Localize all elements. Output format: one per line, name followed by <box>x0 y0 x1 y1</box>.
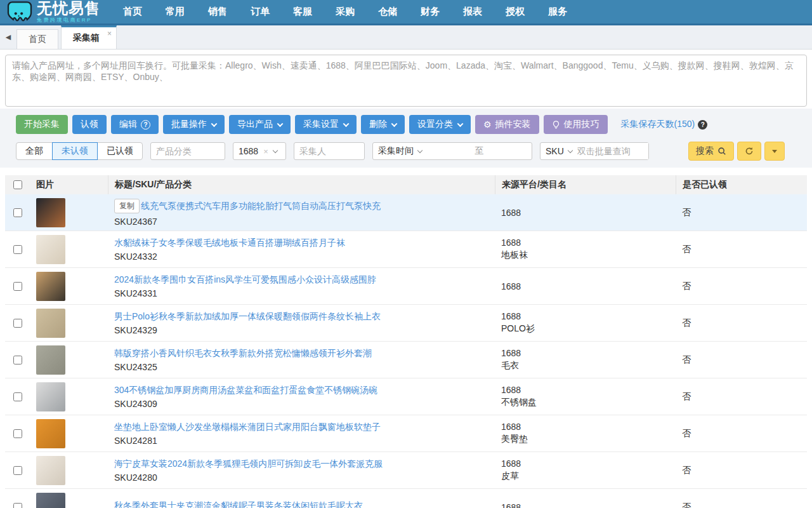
product-title-link[interactable]: 水貂绒袜子女冬季保暖毛绒地板卡通百搭珊瑚绒百搭月子袜 <box>114 237 345 248</box>
search-label: 搜索 <box>696 145 714 157</box>
row-checkbox[interactable] <box>13 208 22 217</box>
octopus-logo-icon <box>6 1 33 23</box>
product-sku: SKU24309 <box>114 399 495 409</box>
product-sku: SKU24329 <box>114 325 495 335</box>
retention-days-link[interactable]: 采集保存天数(150) ? <box>621 119 708 130</box>
nav-item-services[interactable]: 服务 <box>548 6 567 18</box>
claim-status-segments: 全部 未认领 已认领 <box>16 142 143 160</box>
search-icon <box>717 147 726 156</box>
row-checkbox[interactable] <box>13 429 22 438</box>
segment-all[interactable]: 全部 <box>16 142 53 160</box>
product-title-link[interactable]: 韩版穿搭小香风针织毛衣女秋季新款外搭宽松慵懒感领开衫外套潮 <box>114 347 372 359</box>
source-platform: 1688 <box>501 458 676 469</box>
search-button[interactable]: 搜索 <box>688 142 734 161</box>
source-platform: 1688 <box>501 311 676 321</box>
sku-field-select[interactable]: SKU <box>540 146 577 156</box>
product-title-link[interactable]: 坐垫地上卧室懒人沙发坐墩榻榻米蒲团日式家用阳台飘窗地板软垫子 <box>114 421 381 432</box>
nav-item-finance[interactable]: 财务 <box>421 6 440 18</box>
tab-scroll-left-icon[interactable]: ◀ <box>0 25 16 49</box>
table-row: 秋冬季外套男士夹克潮流金貂绒呢子男装冬装休闲短款毛呢大衣 1688 否 <box>5 489 807 508</box>
collect-time-select[interactable]: 采集时间 <box>373 145 427 157</box>
header-title: 标题/SKU/产品分类 <box>108 175 495 194</box>
category-name: POLO衫 <box>501 323 676 335</box>
product-title-link[interactable]: 2024新款冬季围巾女百搭ins风学生可爱氛围感小众设计高级感围脖 <box>114 274 376 285</box>
product-thumbnail[interactable] <box>36 419 65 448</box>
header-platform: 来源平台/类目名 <box>495 175 676 194</box>
help-icon[interactable]: ? <box>698 120 707 130</box>
nav-item-common[interactable]: 常用 <box>166 6 185 18</box>
batch-query-input[interactable] <box>577 143 648 159</box>
start-collect-button[interactable]: 开始采集 <box>16 115 68 134</box>
plugin-install-button[interactable]: ⚙ 插件安装 <box>475 115 539 134</box>
nav-item-warehouse[interactable]: 仓储 <box>378 6 397 18</box>
product-title-link[interactable]: 304不锈钢盆加厚厨房商用汤盆菜盆和面盆打蛋盆食堂不锈钢碗汤碗 <box>114 384 377 396</box>
brand-logo-block[interactable]: 无忧易售 免费跨境电商ERP <box>6 1 115 23</box>
collector-person-input[interactable] <box>294 142 365 160</box>
row-checkbox[interactable] <box>13 282 22 291</box>
row-checkbox[interactable] <box>13 319 22 328</box>
lightbulb-icon <box>552 121 560 129</box>
collect-settings-button[interactable]: 采集设置 <box>295 115 357 134</box>
product-thumbnail[interactable] <box>36 456 65 485</box>
clear-icon[interactable]: × <box>263 147 268 156</box>
chevron-down-icon <box>343 121 350 127</box>
product-thumbnail[interactable] <box>36 198 65 227</box>
search-options-dropdown-button[interactable] <box>764 142 785 161</box>
product-thumbnail[interactable] <box>36 235 65 264</box>
sku-field-label: SKU <box>546 146 564 156</box>
segment-claimed[interactable]: 已认领 <box>97 142 143 160</box>
product-url-textarea[interactable] <box>5 55 807 107</box>
row-checkbox[interactable] <box>13 356 22 364</box>
product-sku: SKU24281 <box>114 436 495 446</box>
row-checkbox[interactable] <box>13 466 22 475</box>
product-title-link[interactable]: 秋冬季外套男士夹克潮流金貂绒呢子男装冬装休闲短款毛呢大衣 <box>114 500 363 508</box>
row-checkbox[interactable] <box>13 245 22 254</box>
product-category-input[interactable] <box>150 142 225 160</box>
nav-item-reports[interactable]: 报表 <box>463 6 482 18</box>
usage-tips-label: 使用技巧 <box>564 119 599 130</box>
claim-button[interactable]: 认领 <box>72 115 107 134</box>
nav-item-sales[interactable]: 销售 <box>208 6 227 18</box>
nav-item-service-desk[interactable]: 客服 <box>293 6 312 18</box>
product-title-link[interactable]: 海宁皮草女装2024新款冬季狐狸毛领内胆可拆卸皮毛一体外套派克服 <box>114 458 383 469</box>
delete-button[interactable]: 删除 <box>361 115 405 134</box>
tab-collection-box[interactable]: 采集箱 × <box>61 25 117 49</box>
row-checkbox[interactable] <box>13 503 22 508</box>
nav-item-purchasing[interactable]: 采购 <box>336 6 355 18</box>
export-products-button[interactable]: 导出产品 <box>229 115 291 134</box>
refresh-button[interactable] <box>737 142 761 161</box>
source-platform-select[interactable]: 1688 × <box>233 142 286 160</box>
nav-item-home[interactable]: 首页 <box>123 6 142 18</box>
edit-label: 编辑 <box>119 119 137 130</box>
tab-home[interactable]: 首页 <box>16 29 58 49</box>
tab-home-label: 首页 <box>29 34 46 45</box>
usage-tips-button[interactable]: 使用技巧 <box>544 115 608 134</box>
table-row: 复制 线充气泵便携式汽车用多功能轮胎打气筒自动高压打气泵快充 SKU24367 … <box>5 194 807 231</box>
product-thumbnail[interactable] <box>36 272 65 301</box>
product-title-link[interactable]: 男士Polo衫秋冬季新款加绒加厚一体绒保暖翻领假两件条纹长袖上衣 <box>114 311 381 322</box>
product-sku: SKU24332 <box>114 251 495 262</box>
source-platform: 1688 <box>501 422 676 432</box>
row-checkbox[interactable] <box>13 392 22 401</box>
batch-actions-button[interactable]: 批量操作 <box>163 115 225 134</box>
select-all-checkbox[interactable] <box>13 180 22 189</box>
chevron-down-icon <box>568 147 573 152</box>
batch-actions-label: 批量操作 <box>171 119 207 130</box>
claimed-status: 否 <box>676 244 807 255</box>
nav-item-authorization[interactable]: 授权 <box>506 6 525 18</box>
tab-close-icon[interactable]: × <box>107 29 112 38</box>
product-thumbnail[interactable] <box>36 493 65 508</box>
edit-button[interactable]: 编辑 ? <box>111 115 159 134</box>
set-category-button[interactable]: 设置分类 <box>409 115 471 134</box>
header-claimed: 是否已认领 <box>676 175 807 194</box>
claimed-status: 否 <box>676 391 807 403</box>
retention-days-label: 采集保存天数(150) <box>621 119 695 130</box>
product-thumbnail[interactable] <box>36 382 65 411</box>
segment-unclaimed[interactable]: 未认领 <box>52 142 98 160</box>
product-title-link[interactable]: 线充气泵便携式汽车用多功能轮胎打气筒自动高压打气泵快充 <box>141 200 381 211</box>
product-thumbnail[interactable] <box>36 309 65 338</box>
main-nav: 首页 常用 销售 订单 客服 采购 仓储 财务 报表 授权 服务 <box>123 6 567 18</box>
product-thumbnail[interactable] <box>36 345 65 375</box>
copy-button[interactable]: 复制 <box>114 199 140 213</box>
nav-item-orders[interactable]: 订单 <box>251 6 270 18</box>
